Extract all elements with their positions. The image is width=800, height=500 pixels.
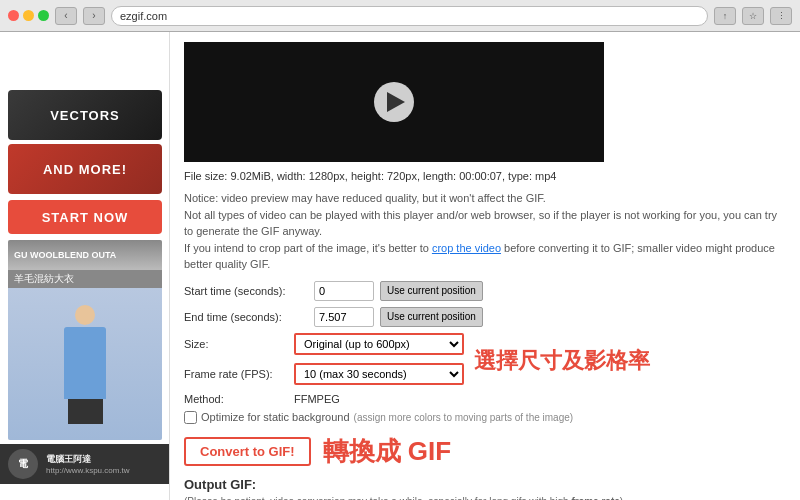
method-label: Method: xyxy=(184,393,294,405)
back-btn[interactable]: ‹ xyxy=(55,7,77,25)
start-time-label: Start time (seconds): xyxy=(184,285,314,297)
ad-brand: GU WOOLBLEND OUTA xyxy=(8,240,162,270)
browser-chrome: ‹ › ezgif.com ↑ ☆ ⋮ xyxy=(0,0,800,32)
sidebar: TEMPLATES VECTORS AND MORE! START NOW GU… xyxy=(0,32,170,500)
notice-line1: Notice: video preview may have reduced q… xyxy=(184,190,786,207)
maximize-btn[interactable] xyxy=(38,10,49,21)
sidebar-templates-banner[interactable]: TEMPLATES xyxy=(8,36,162,86)
optimize-sublabel: (assign more colors to moving parts of t… xyxy=(354,412,574,423)
site-url: http://www.kspu.com.tw xyxy=(46,466,130,475)
size-row: Size: Original (up to 600px) xyxy=(184,333,464,355)
ad-sub: 羊毛混紡大衣 xyxy=(8,270,162,288)
output-label: Output GIF: xyxy=(184,477,786,492)
convert-annotation: 轉換成 GIF xyxy=(323,434,452,469)
site-name: 電腦王阿達 xyxy=(46,453,130,466)
size-select[interactable]: Original (up to 600px) xyxy=(294,333,464,355)
end-time-label: End time (seconds): xyxy=(184,311,314,323)
fps-row: Frame rate (FPS): 10 (max 30 seconds) xyxy=(184,363,464,385)
fps-select[interactable]: 10 (max 30 seconds) xyxy=(294,363,464,385)
size-fps-annotation: 選擇尺寸及影格率 xyxy=(474,346,650,376)
notice-line3: If you intend to crop part of the image,… xyxy=(184,240,786,273)
forward-btn[interactable]: › xyxy=(83,7,105,25)
bookmark-btn[interactable]: ☆ xyxy=(742,7,764,25)
page-body: TEMPLATES VECTORS AND MORE! START NOW GU… xyxy=(0,32,800,500)
play-button[interactable] xyxy=(374,82,414,122)
use-current-end-btn[interactable]: Use current position xyxy=(380,307,483,327)
convert-section: Convert to GIF! 轉換成 GIF xyxy=(184,434,786,469)
output-note: (Please be patient, video conversion may… xyxy=(184,496,786,501)
method-row: Method: FFMPEG xyxy=(184,393,786,405)
figure-pants xyxy=(68,399,103,424)
convert-button[interactable]: Convert to GIF! xyxy=(184,437,311,466)
notice-box: Notice: video preview may have reduced q… xyxy=(184,190,786,273)
optimize-checkbox[interactable] xyxy=(184,411,197,424)
start-time-input[interactable] xyxy=(314,281,374,301)
ad-image xyxy=(8,288,162,440)
url-text: ezgif.com xyxy=(120,10,167,22)
use-current-start-btn[interactable]: Use current position xyxy=(380,281,483,301)
optimize-label: Optimize for static background xyxy=(201,411,350,423)
start-time-row: Start time (seconds): Use current positi… xyxy=(184,281,786,301)
close-btn[interactable] xyxy=(8,10,19,21)
end-time-row: End time (seconds): Use current position xyxy=(184,307,786,327)
figure-head xyxy=(75,305,95,325)
traffic-lights xyxy=(8,10,49,21)
more-label: AND MORE! xyxy=(43,162,127,177)
minimize-btn[interactable] xyxy=(23,10,34,21)
fps-label: Frame rate (FPS): xyxy=(184,368,294,380)
site-icon: 電 xyxy=(8,449,38,479)
play-icon xyxy=(387,92,405,112)
crop-video-link[interactable]: crop the video xyxy=(432,242,501,254)
sidebar-more-banner[interactable]: AND MORE! xyxy=(8,144,162,194)
notice-line2: Not all types of video can be played wit… xyxy=(184,207,786,240)
sidebar-advertisement: GU WOOLBLEND OUTA 羊毛混紡大衣 xyxy=(8,240,162,440)
video-player[interactable] xyxy=(184,42,604,162)
figure-coat xyxy=(64,327,106,399)
end-time-input[interactable] xyxy=(314,307,374,327)
settings-btn[interactable]: ⋮ xyxy=(770,7,792,25)
sidebar-vectors-banner[interactable]: VECTORS xyxy=(8,90,162,140)
method-value: FFMPEG xyxy=(294,393,340,405)
templates-label: TEMPLATES xyxy=(42,54,129,69)
address-bar[interactable]: ezgif.com xyxy=(111,6,708,26)
optimize-row: Optimize for static background (assign m… xyxy=(184,411,786,424)
file-info: File size: 9.02MiB, width: 1280px, heigh… xyxy=(184,170,786,182)
bottom-bar: 電 電腦王阿達 http://www.kspu.com.tw xyxy=(0,444,169,484)
vectors-label: VECTORS xyxy=(50,108,120,123)
main-content: File size: 9.02MiB, width: 1280px, heigh… xyxy=(170,32,800,500)
size-label: Size: xyxy=(184,338,294,350)
share-btn[interactable]: ↑ xyxy=(714,7,736,25)
start-now-button[interactable]: START NOW xyxy=(8,200,162,234)
